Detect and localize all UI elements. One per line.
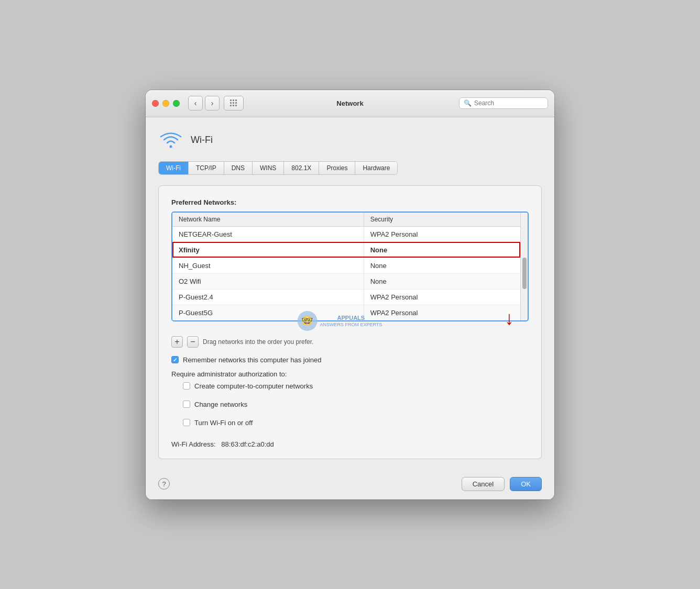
network-name: P-Guest2.4: [172, 289, 364, 305]
traffic-lights: [152, 100, 180, 107]
network-security: WPA2 Personal: [364, 226, 520, 242]
tab-hardware[interactable]: Hardware: [355, 162, 397, 174]
minimize-button[interactable]: [162, 100, 169, 107]
scrollbar-thumb[interactable]: [522, 258, 527, 289]
table-header-row: Network Name Security: [172, 213, 520, 227]
table-row[interactable]: NH_Guest None: [172, 258, 520, 273]
networks-table-container: Network Name Security NETGEAR-Guest WPA2…: [171, 212, 529, 321]
tab-wifi[interactable]: Wi-Fi: [159, 162, 189, 174]
network-name: Xfinity: [172, 242, 364, 258]
ok-button[interactable]: OK: [510, 477, 542, 491]
bottom-bar: ? Cancel OK: [146, 470, 554, 499]
create-networks-checkbox[interactable]: [183, 382, 190, 390]
search-icon: 🔍: [464, 99, 472, 107]
table-row[interactable]: Xfinity None: [172, 242, 520, 258]
network-security: WPA2 Personal: [364, 289, 520, 305]
titlebar: ‹ › Network 🔍: [146, 90, 554, 117]
table-row[interactable]: NETGEAR-Guest WPA2 Personal: [172, 226, 520, 242]
tab-8021x[interactable]: 802.1X: [284, 162, 319, 174]
require-admin-section: Require administrator authorization to: …: [171, 370, 529, 433]
grid-icon: [230, 99, 237, 107]
back-button[interactable]: ‹: [188, 96, 203, 110]
networks-table-wrapper: Network Name Security NETGEAR-Guest WPA2…: [171, 212, 529, 321]
change-networks-checkbox[interactable]: [183, 401, 190, 408]
require-admin-label: Require administrator authorization to:: [171, 370, 529, 378]
close-button[interactable]: [152, 100, 159, 107]
network-security: WPA2 Personal: [364, 305, 520, 320]
tab-bar: Wi-Fi TCP/IP DNS WINS 802.1X Proxies Har…: [158, 161, 398, 175]
wifi-address-label: Wi-Fi Address:: [171, 440, 216, 448]
scrollbar[interactable]: [520, 213, 528, 320]
networks-table: Network Name Security NETGEAR-Guest WPA2…: [172, 213, 520, 320]
maximize-button[interactable]: [173, 100, 180, 107]
network-name: P-Guest5G: [172, 305, 364, 320]
search-box[interactable]: 🔍: [459, 97, 548, 109]
bottom-buttons: Cancel OK: [462, 477, 542, 491]
wifi-header: Wi-Fi: [158, 128, 542, 153]
grid-button[interactable]: [224, 96, 244, 110]
tab-wins[interactable]: WINS: [253, 162, 284, 174]
wifi-icon: [158, 128, 183, 153]
cancel-button[interactable]: Cancel: [462, 477, 505, 491]
settings-panel: Preferred Networks: Network Name Securit…: [158, 185, 542, 459]
search-input[interactable]: [474, 99, 543, 107]
create-networks-label: Create computer-to-computer networks: [194, 382, 313, 390]
admin-options: Create computer-to-computer networks Cha…: [183, 382, 529, 433]
turn-wifi-checkbox[interactable]: [183, 419, 190, 426]
preferred-networks-label: Preferred Networks:: [171, 198, 529, 206]
add-remove-bar: + − Drag networks into the order you pre…: [171, 336, 529, 348]
network-security: None: [364, 242, 520, 258]
drag-hint: Drag networks into the order you prefer.: [203, 338, 313, 346]
main-window: ‹ › Network 🔍: [146, 90, 554, 499]
col-header-name: Network Name: [172, 213, 364, 227]
tab-proxies[interactable]: Proxies: [319, 162, 355, 174]
wifi-address-value: 88:63:df:c2:a0:dd: [221, 440, 274, 448]
admin-option-0[interactable]: Create computer-to-computer networks: [183, 382, 529, 390]
wifi-title: Wi-Fi: [191, 135, 213, 146]
window-title: Network: [336, 99, 363, 107]
turn-wifi-label: Turn Wi-Fi on or off: [194, 419, 253, 427]
network-security: None: [364, 258, 520, 273]
remember-networks-row[interactable]: Remember networks this computer has join…: [171, 356, 529, 364]
table-row[interactable]: P-Guest5G WPA2 Personal: [172, 305, 520, 320]
tab-dns[interactable]: DNS: [224, 162, 253, 174]
help-button[interactable]: ?: [158, 478, 170, 490]
networks-inner: Network Name Security NETGEAR-Guest WPA2…: [172, 213, 520, 320]
tab-tcpip[interactable]: TCP/IP: [189, 162, 224, 174]
add-network-button[interactable]: +: [171, 336, 183, 348]
network-name: O2 Wifi: [172, 273, 364, 289]
content-area: Wi-Fi Wi-Fi TCP/IP DNS WINS 802.1X Proxi…: [146, 117, 554, 470]
network-name: NETGEAR-Guest: [172, 226, 364, 242]
admin-option-1[interactable]: Change networks: [183, 401, 529, 408]
network-security: None: [364, 273, 520, 289]
remove-network-button[interactable]: −: [187, 336, 199, 348]
col-header-security: Security: [364, 213, 520, 227]
wifi-address-row: Wi-Fi Address: 88:63:df:c2:a0:dd: [171, 440, 529, 448]
table-row[interactable]: O2 Wifi None: [172, 273, 520, 289]
svg-point-0: [170, 145, 172, 148]
table-row[interactable]: P-Guest2.4 WPA2 Personal: [172, 289, 520, 305]
remember-networks-label: Remember networks this computer has join…: [183, 356, 321, 364]
admin-option-2[interactable]: Turn Wi-Fi on or off: [183, 419, 529, 427]
remember-networks-checkbox[interactable]: [171, 356, 179, 363]
nav-buttons: ‹ ›: [188, 96, 220, 110]
forward-button[interactable]: ›: [205, 96, 220, 110]
network-name: NH_Guest: [172, 258, 364, 273]
change-networks-label: Change networks: [194, 401, 247, 408]
